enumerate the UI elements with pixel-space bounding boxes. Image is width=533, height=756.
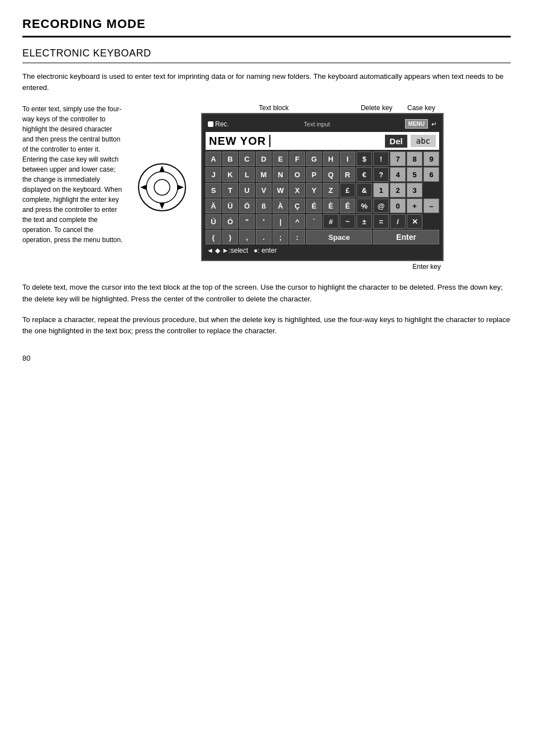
key-V[interactable]: V	[256, 183, 272, 197]
key-space[interactable]: Space	[306, 230, 372, 244]
key-H[interactable]: H	[323, 152, 339, 166]
left-description: To enter text, simply use the four-way k…	[22, 104, 123, 271]
key-Ae[interactable]: Ä	[206, 199, 221, 213]
key-at[interactable]: @	[373, 199, 389, 213]
key-8[interactable]: 8	[407, 152, 422, 166]
diagram-area: To enter text, simply use the four-way k…	[22, 104, 511, 271]
key-Uacute[interactable]: Ú	[206, 214, 221, 229]
keyboard-display: Rec. Text input MENU ↵ NEW YOR Del abc A…	[201, 113, 444, 261]
key-5[interactable]: 5	[407, 167, 422, 182]
svg-text:▽: ▽	[160, 202, 164, 207]
key-row-3: S T U V W X Y Z £ & 1 2 3	[206, 183, 439, 197]
case-key[interactable]: abc	[411, 135, 436, 147]
key-ss[interactable]: ß	[256, 199, 272, 213]
key-L[interactable]: L	[239, 167, 255, 182]
key-amp[interactable]: &	[356, 183, 372, 197]
key-Z[interactable]: Z	[323, 183, 339, 197]
key-exclaim[interactable]: !	[373, 152, 389, 166]
key-G[interactable]: G	[306, 152, 322, 166]
key-comma[interactable]: ,	[239, 230, 255, 244]
key-semicolon[interactable]: ;	[273, 230, 288, 244]
key-C[interactable]: C	[239, 152, 255, 166]
key-dollar[interactable]: $	[356, 152, 372, 166]
key-A[interactable]: A	[206, 152, 221, 166]
key-7[interactable]: 7	[390, 152, 406, 166]
rec-label: Rec.	[215, 120, 229, 128]
back-arrow[interactable]: ↵	[431, 120, 437, 128]
typed-text: NEW YOR	[209, 135, 266, 148]
key-Agrave[interactable]: À	[273, 199, 288, 213]
key-3[interactable]: 3	[407, 183, 422, 197]
key-T[interactable]: T	[222, 183, 238, 197]
key-equals[interactable]: =	[373, 214, 389, 229]
key-B[interactable]: B	[222, 152, 238, 166]
key-caret[interactable]: ^	[289, 214, 305, 229]
key-X[interactable]: X	[289, 183, 305, 197]
key-plus[interactable]: +	[407, 199, 422, 213]
key-squote[interactable]: '	[256, 214, 272, 229]
key-2[interactable]: 2	[390, 183, 406, 197]
key-N[interactable]: N	[273, 167, 288, 182]
key-Oe[interactable]: Ö	[239, 199, 255, 213]
key-M[interactable]: M	[256, 167, 272, 182]
key-hash[interactable]: #	[323, 214, 339, 229]
page-title: RECORDING MODE	[22, 17, 511, 37]
keys-grid: A B C D E F G H I $ ! 7 8 9 J	[206, 152, 439, 244]
key-Eacute[interactable]: É	[306, 199, 322, 213]
key-period[interactable]: .	[256, 230, 272, 244]
enter-key-annotation: Enter key	[201, 263, 444, 271]
key-dquote[interactable]: "	[239, 214, 255, 229]
key-question[interactable]: ?	[373, 167, 389, 182]
key-R[interactable]: R	[340, 167, 355, 182]
key-F[interactable]: F	[289, 152, 305, 166]
key-W[interactable]: W	[273, 183, 288, 197]
key-pipe[interactable]: |	[273, 214, 288, 229]
key-enter[interactable]: Enter	[373, 230, 439, 244]
svg-text:▷: ▷	[178, 185, 182, 190]
key-0[interactable]: 0	[390, 199, 406, 213]
key-9[interactable]: 9	[423, 152, 439, 166]
key-pound[interactable]: £	[340, 183, 355, 197]
key-Ue[interactable]: Ü	[222, 199, 238, 213]
key-E[interactable]: E	[273, 152, 288, 166]
key-K[interactable]: K	[222, 167, 238, 182]
key-euro[interactable]: €	[356, 167, 372, 182]
key-6[interactable]: 6	[423, 167, 439, 182]
key-plusminus[interactable]: ±	[356, 214, 372, 229]
key-P[interactable]: P	[306, 167, 322, 182]
rec-icon-area: Rec.	[208, 120, 229, 128]
svg-text:◁: ◁	[143, 185, 147, 190]
svg-text:△: △	[160, 168, 164, 173]
key-D[interactable]: D	[256, 152, 272, 166]
key-4[interactable]: 4	[390, 167, 406, 182]
menu-button[interactable]: MENU	[405, 119, 428, 129]
keyboard-bottom-legend: ◄ ◆ ►:select ●: enter	[206, 244, 439, 257]
key-slash[interactable]: /	[390, 214, 406, 229]
text-input-label: Text input	[231, 121, 403, 127]
key-S[interactable]: S	[206, 183, 221, 197]
key-cancel-x[interactable]: ✕	[407, 214, 422, 229]
key-1[interactable]: 1	[373, 183, 389, 197]
key-Cc[interactable]: Ç	[289, 199, 305, 213]
rec-dot	[208, 121, 213, 127]
controller-illustration: △ ▽ ◁ ▷	[134, 104, 190, 271]
key-Oacute[interactable]: Ó	[222, 214, 238, 229]
key-I[interactable]: I	[340, 152, 355, 166]
key-Y[interactable]: Y	[306, 183, 322, 197]
key-minus[interactable]: –	[423, 199, 439, 213]
del-key[interactable]: Del	[385, 135, 407, 148]
key-Q[interactable]: Q	[323, 167, 339, 182]
key-rparen[interactable]: )	[222, 230, 238, 244]
key-lparen[interactable]: (	[206, 230, 221, 244]
key-Ecirc[interactable]: Ê	[340, 199, 355, 213]
key-row-1: A B C D E F G H I $ ! 7 8 9	[206, 152, 439, 166]
key-U[interactable]: U	[239, 183, 255, 197]
key-J[interactable]: J	[206, 167, 221, 182]
key-Egrave[interactable]: È	[323, 199, 339, 213]
key-backtick[interactable]: `	[306, 214, 322, 229]
key-percent[interactable]: %	[356, 199, 372, 213]
key-O[interactable]: O	[289, 167, 305, 182]
key-colon[interactable]: :	[289, 230, 305, 244]
text-cursor	[269, 135, 270, 147]
key-tilde[interactable]: ~	[340, 214, 355, 229]
